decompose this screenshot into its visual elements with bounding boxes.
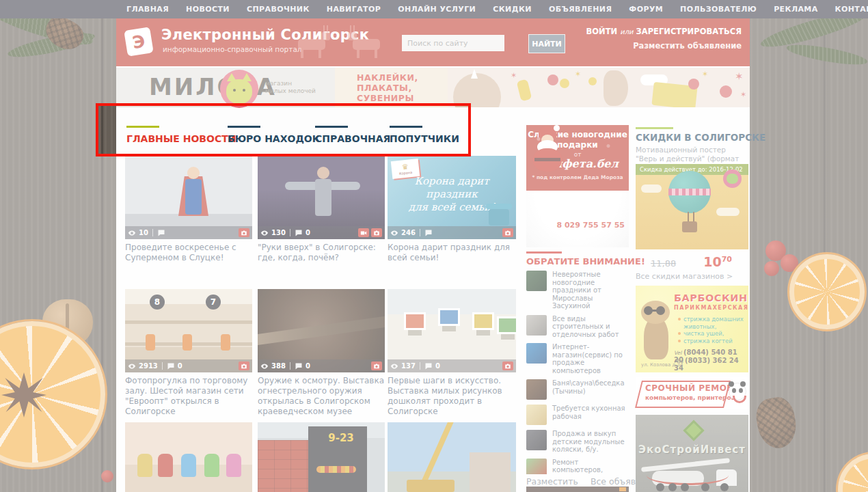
tab-main-news[interactable]: ГЛАВНЫЕ НОВОСТИ xyxy=(126,126,229,146)
attention-item[interactable]: Все виды строительных и отделочных работ xyxy=(526,315,630,339)
news-card[interactable] xyxy=(388,422,516,492)
site-header: Э Электронный Солигорск информационно-сп… xyxy=(116,18,750,66)
tab-active-underline xyxy=(126,126,159,128)
pinecone-decoration xyxy=(753,395,800,452)
site-subtitle: информационно-справочный портал xyxy=(163,45,302,53)
news-caption[interactable]: Оружие к осмотру. Выставка огнестрельног… xyxy=(258,376,385,417)
attention-thumbnail xyxy=(526,343,547,364)
attention-item[interactable]: Требуется кухонная рабочая xyxy=(526,405,630,425)
news-image-korona-ad[interactable]: ♛ Корона Корона дарит праздник для всей … xyxy=(388,156,516,239)
news-card[interactable]: 388 0 Оружие к осмотру. Выставка огнестр… xyxy=(258,289,385,417)
berry-decoration xyxy=(101,470,113,482)
doodle-star-icon: ✶ xyxy=(511,72,517,79)
news-card[interactable]: 8 7 2913 0 Фотопрогулка по торговому зал… xyxy=(125,289,252,417)
news-card[interactable] xyxy=(125,422,252,492)
all-discounts-link[interactable]: Все скидки магазинов > xyxy=(636,272,733,281)
barboskin-address: ул. Козлова д.34 xyxy=(641,362,683,368)
news-image-concert[interactable]: 130 0 xyxy=(258,156,385,239)
banner-doodle-zone: ✶ ✶ ✶ ✶ ✶ xyxy=(448,68,750,107)
orange-slice-decoration xyxy=(838,454,868,492)
post-classified-link[interactable]: Разместить xyxy=(526,476,578,487)
post-ad-link[interactable]: Разместить объявление xyxy=(586,41,742,51)
login-link[interactable]: ВОЙТИ xyxy=(586,27,618,36)
site-logo-icon[interactable]: Э xyxy=(124,27,153,56)
discount-product-image[interactable]: Скидка действует до: 2016-12-02 xyxy=(636,164,748,249)
news-caption[interactable]: Корона дарит праздник для всей семьи! xyxy=(388,243,516,263)
berry-decoration xyxy=(764,261,779,276)
repair-ad-banner[interactable]: СРОЧНЫЙ РЕМОНТ компьютеров, принтеров xyxy=(636,377,748,409)
nav-forum[interactable]: ФОРУМ xyxy=(629,5,663,14)
discounts-section-title: СКИДКИ В СОЛИГОРСКЕ xyxy=(636,132,765,143)
image-stats-bar: 246 xyxy=(388,226,516,239)
attention-item[interactable]: Невероятные новогодние праздники от Миро… xyxy=(526,271,630,310)
views-eye-icon xyxy=(260,362,269,370)
berry-decoration xyxy=(781,254,798,272)
attention-thumbnail xyxy=(526,379,547,400)
views-eye-icon xyxy=(128,362,136,370)
news-caption[interactable]: Первые шаги в искусство. Выставка милых … xyxy=(388,376,516,417)
image-stats-bar: 388 0 xyxy=(258,359,385,372)
nav-online-services[interactable]: ОНЛАЙН УСЛУГИ xyxy=(398,5,476,14)
attention-item[interactable]: Ремонт компьютеров, ноутбуков, планшетов… xyxy=(526,459,630,475)
views-eye-icon xyxy=(260,229,269,237)
konfeta-ad-banner[interactable]: Сладкие новогодние подарки от Конфета.бе… xyxy=(526,125,629,247)
barboskin-ad-banner[interactable]: БАРБОСКИН ПАРИКМАХЕРСКАЯ стрижка домашни… xyxy=(636,286,748,372)
news-caption[interactable]: Проведите воскресенье с Суперменом в Слу… xyxy=(125,243,252,263)
top-navigation-bar: ГЛАВНАЯ НОВОСТИ СПРАВОЧНИК НАВИГАТОР ОНЛ… xyxy=(0,0,868,18)
comments-count: 0 xyxy=(306,362,310,370)
doodle-star-icon: ✶ xyxy=(575,70,581,78)
logo-letter: Э xyxy=(131,31,147,53)
comments-icon xyxy=(424,362,433,370)
nav-user[interactable]: ПОЛЬЗОВАТЕЛЮ xyxy=(680,5,757,14)
tab-reference[interactable]: СПРАВОЧНАЯ xyxy=(315,126,380,146)
attention-item[interactable]: Интернет-магазин(сервис) по продаже комп… xyxy=(526,343,630,374)
nav-discounts[interactable]: СКИДКИ xyxy=(493,5,532,14)
photo-badge-camera-icon xyxy=(239,228,249,237)
news-image-kids-costumes[interactable] xyxy=(125,422,252,492)
search-button[interactable]: НАЙТИ xyxy=(528,34,565,53)
tab-companions[interactable]: ПОПУТЧИКИ xyxy=(390,126,451,146)
tab-underline xyxy=(315,126,348,128)
nav-navigator[interactable]: НАВИГАТОР xyxy=(327,5,381,14)
tab-label: СПРАВОЧНАЯ xyxy=(315,133,390,144)
photo-badge-camera-icon xyxy=(239,361,249,370)
nav-advertising[interactable]: РЕКЛАМА xyxy=(774,5,817,14)
news-card[interactable]: 10 Проведите воскресенье с Суперменом в … xyxy=(125,156,252,263)
news-image-store-building[interactable]: 9-23 xyxy=(258,422,385,492)
tab-lost-and-found[interactable]: БЮРО НАХОДОК xyxy=(228,126,303,146)
nav-news[interactable]: НОВОСТИ xyxy=(186,5,230,14)
news-card[interactable]: 137 0 Первые шаги в искусство. Выставка … xyxy=(388,289,516,417)
ecostroy-ad-banner[interactable]: ЭкоСтройИнвест xyxy=(636,415,748,492)
news-card[interactable]: 9-23 xyxy=(258,422,385,492)
attention-thumbnail xyxy=(526,459,547,475)
nav-home[interactable]: ГЛАВНАЯ xyxy=(126,5,169,14)
deer-ornament-icon xyxy=(343,24,387,59)
screenshot-root: ГЛАВНАЯ НОВОСТИ СПРАВОЧНИК НАВИГАТОР ОНЛ… xyxy=(0,0,868,492)
banner-products-zone: НАКЛЕЙКИ, ПЛАКАТЫ, СУВЕНИРЫ xyxy=(335,68,448,107)
nav-directory[interactable]: СПРАВОЧНИК xyxy=(247,5,310,14)
news-image-weapons-exhibit[interactable]: 388 0 xyxy=(258,289,385,372)
news-image-supermarket[interactable]: 8 7 2913 0 xyxy=(125,289,252,372)
news-card[interactable]: ♛ Корона Корона дарит праздник для всей … xyxy=(388,156,516,263)
register-link[interactable]: ЗАРЕГИСТРИРОВАТЬСЯ xyxy=(636,27,742,36)
news-image-superman[interactable]: 10 xyxy=(125,156,252,239)
news-card[interactable]: 130 0 "Руки вверх" в Солигорске: где, ко… xyxy=(258,156,385,263)
nav-classifieds[interactable]: ОБЪЯВЛЕНИЯ xyxy=(549,5,612,14)
nav-contacts[interactable]: КОНТАКТЫ xyxy=(835,5,868,14)
search-input[interactable] xyxy=(402,35,504,51)
news-caption[interactable]: "Руки вверх" в Солигорске: где, когда, п… xyxy=(258,243,385,263)
panda-icon xyxy=(729,383,746,400)
attention-item[interactable]: Баня\сауна\беседка (Тычины) xyxy=(526,379,630,400)
views-count: 137 xyxy=(401,362,416,370)
news-image-construction-crane[interactable] xyxy=(388,422,516,492)
news-image-art-exhibition[interactable]: 137 0 xyxy=(388,289,516,372)
old-price: 11,88 xyxy=(651,258,676,269)
photo-badge-camera-icon xyxy=(502,361,513,370)
photo-badge-camera-icon xyxy=(371,361,382,370)
milota-ad-banner[interactable]: НАКЛЕЙКИ, ПЛАКАТЫ, СУВЕНИРЫ ✶ ✶ ✶ ✶ ✶ МИ… xyxy=(116,68,750,107)
views-count: 246 xyxy=(401,229,416,236)
attention-item[interactable]: Продажа и выкуп детские модульные коляск… xyxy=(526,430,630,454)
attention-section-line xyxy=(526,251,562,254)
auth-links: ВОЙТИ или ЗАРЕГИСТРИРОВАТЬСЯ Разместить … xyxy=(586,27,742,51)
news-caption[interactable]: Фотопрогулка по торговому залу. Шестой м… xyxy=(125,376,252,417)
